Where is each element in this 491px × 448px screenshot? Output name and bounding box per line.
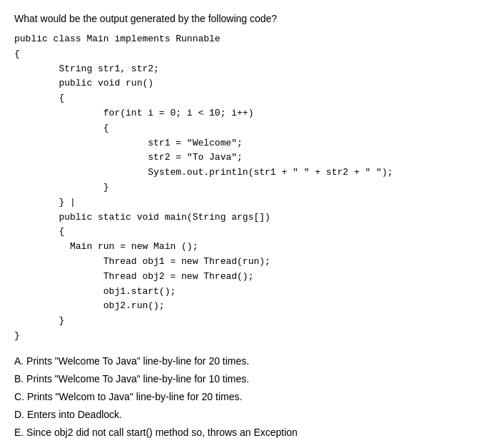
answers-container: A. Prints "Welcome To Java" line-by-line… bbox=[14, 352, 477, 442]
answer-a: A. Prints "Welcome To Java" line-by-line… bbox=[14, 352, 477, 370]
answer-b: B. Prints "Welcome To Java" line-by-line… bbox=[14, 370, 477, 388]
question-text: What would be the output generated by th… bbox=[14, 11, 477, 26]
answer-e: E. Since obj2 did not call start() metho… bbox=[14, 424, 477, 442]
answer-c: C. Prints "Welcom to Java" line-by-line … bbox=[14, 388, 477, 406]
answer-d: D. Enters into Deadlock. bbox=[14, 406, 477, 424]
code-block: public class Main implements Runnable { … bbox=[14, 32, 477, 344]
